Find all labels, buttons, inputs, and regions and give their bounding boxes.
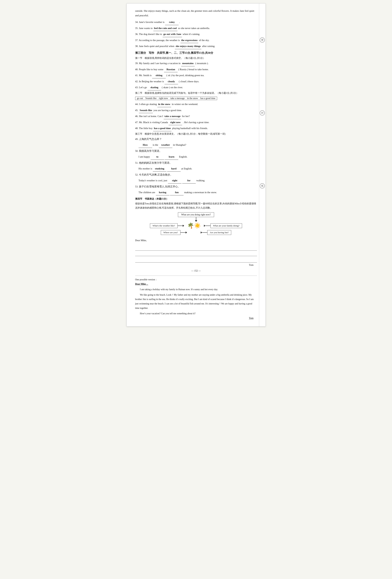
q41: 41. Mr. Smith is sitting ( sit ) by the … (135, 73, 257, 78)
q40-blank: Russian (164, 67, 178, 72)
dear-mike-line: Dear Mike, (135, 238, 257, 243)
q42: 42. In Beijing the weather is cloudy ( c… (135, 79, 257, 84)
q43: 43. Let's go skating ( skate ) on the ri… (135, 85, 257, 90)
q44: 44. I often go skating in the snow in wi… (135, 102, 257, 107)
q51: 51. 他的妈妈正在努力学习英语。 (135, 160, 257, 166)
flow-h-line1 (178, 225, 183, 226)
q49-blank1: How (139, 142, 152, 148)
q41-num: 41. Mr. Smith is (135, 74, 152, 77)
q43-num: 43. Let's go (135, 86, 148, 89)
answer-dear: Dear Mike， (135, 282, 257, 286)
q49-english: How is the weather in Shanghai? (135, 142, 257, 148)
right-margin: 密 封 线 (259, 3, 265, 326)
q48-num: 48. The little boy (135, 127, 153, 130)
q43-blank: skating (148, 85, 161, 90)
section3-3-title: 第三节 根据中文意思,补全英语译文。（每小题1分,共5分；每空限填一词,缩写算一… (135, 132, 257, 136)
flow-h-line2 (205, 225, 211, 226)
q39-blank: mountains (181, 61, 195, 66)
q36-blank: go out with Jane (163, 32, 182, 37)
q40-num: 40. People like to buy some (135, 68, 164, 71)
q51-english: His mother is studying hard at English. (135, 166, 257, 172)
q53-blank1: having (156, 190, 169, 195)
q42-blank: cloudy (164, 79, 178, 84)
q39-num: 39. My family and I are having a vacatio… (135, 62, 181, 65)
intro-paragraph: outside. She enjoys many things, such as… (135, 9, 257, 18)
q47-suffix: . He's having a great time. (182, 121, 209, 124)
flow-arrow-down1 (195, 220, 197, 222)
q37-blank: the expressions (180, 38, 198, 43)
flow-top-box: What are you doing right now? (178, 212, 214, 217)
flow-left1: What's the weather like? (150, 223, 178, 228)
q47: 47. Mr. Black is visiting Canada right n… (135, 120, 257, 125)
answer-para-3: How's your vacation? Can you tell me som… (135, 311, 257, 316)
flow-arrow-right1 (183, 225, 184, 227)
section4-title: 第四节 书面表达（本题15分） (135, 197, 257, 201)
margin-icon-2: 封 (260, 110, 265, 116)
q50-blank1: to (151, 154, 164, 160)
q45: 45. Sounds like you are having a good ti… (135, 108, 257, 113)
flow-arrow-right3 (186, 231, 187, 233)
flowchart: What are you doing right now? What's the… (135, 212, 257, 235)
answer-tom-sig: Tom (135, 317, 254, 319)
q35-num: 35. Jane wants to (135, 27, 153, 29)
q34-suffix: . (179, 21, 180, 23)
q35-suffix: so she never takes an umbrella. (177, 27, 210, 29)
q53-english: The children are having fun making a sno… (135, 190, 257, 195)
q42-num: 42. In Beijing the weather is (135, 80, 165, 83)
q41-hint: ( sit ) by the pool, drinking green tea. (166, 74, 204, 77)
q50: 50. 我很高兴学习英语。 (135, 148, 257, 154)
q41-blank: sitting (152, 73, 166, 78)
q49: 49. 上海的天气怎么样？ (135, 137, 257, 142)
q53: 53. 孩子们在雪地里堆雪人,玩得正开心。 (135, 184, 257, 189)
answer-title: One possible version： (135, 278, 257, 281)
q35: 35. Jane wants to feel the rain and cool… (135, 26, 257, 31)
q40: 40. People like to buy some Russian ( Ru… (135, 67, 257, 72)
section3-title: 第三部分 写作 共四节,第一、二、三节15分,第四节15分,共30分 (135, 51, 257, 56)
q46-blank: take a message (164, 114, 181, 119)
flow-arrow-right2 (204, 225, 205, 227)
q37: 37. According to the passage, the weathe… (135, 38, 257, 43)
flow-middle-row: What's the weather like? 🌴☀️ What are yo… (150, 222, 242, 229)
q47-blank: right now (169, 120, 182, 125)
flow-h-line4 (202, 232, 207, 233)
q36: 36. The dog doesn't like to go out with … (135, 32, 257, 37)
q48: 48. The little boy has a good time playi… (135, 126, 257, 131)
q36-num: 36. The dog doesn't like to (135, 33, 163, 35)
q44-num: 44. I often go skating (135, 103, 157, 105)
q34-num: 34. Jane's favorite weather is (135, 21, 165, 23)
q51-blank2: hard (167, 166, 181, 172)
answer-section: One possible version： Dear Mike， I am ta… (135, 276, 257, 319)
q46-num: 46. She isn't at home. Can I (135, 115, 164, 118)
q52: 52. 今天的天气凉爽,正适合散步。 (135, 172, 257, 178)
q50-blank2: learn (165, 154, 178, 160)
margin-icon-1: 密 (260, 37, 265, 43)
q35-blank: feel the rain and cool (153, 26, 177, 31)
flow-arrow-right4 (201, 231, 202, 233)
q48-suffix: playing basketball with his friends. (171, 127, 208, 130)
flow-right2: Are you having fun? (207, 230, 231, 235)
page-number: — 152 — (135, 270, 257, 272)
writing-line-2 (135, 251, 257, 256)
q46-suffix: for her? (181, 115, 190, 118)
q44-suffix: in winter on the weekend. (171, 103, 198, 105)
q52-blank1: right (168, 178, 181, 184)
q40-hint: ( Russia ) bread to take home. (178, 68, 209, 71)
flow-line-v1 (196, 217, 196, 220)
section3-1-title: 第一节 根据语境,用所给词的适当形式填空。（每小题1分,共5分） (135, 56, 257, 60)
q38-num: 38. Jane feels quiet and peaceful when (135, 45, 175, 48)
answer-para-2: We like going to the beach. Look！My fath… (135, 293, 257, 310)
q52-blank2: for (182, 178, 196, 184)
section4-instruction: 假设你是Tom,你现在正在在海南度假,请根据下面的思维导图,写一篇60词左右的文… (135, 202, 257, 210)
writing-line-1 (135, 246, 257, 251)
q45-num: 45. (135, 109, 139, 112)
answer-para-1: I am taking a holiday with my family in … (135, 287, 257, 292)
q48-blank: has a good time (153, 126, 171, 131)
q42-hint: ( cloud ) these days. (178, 80, 199, 83)
q47-num: 47. Mr. Black is visiting Canada (135, 121, 169, 124)
q45-blank: Sounds like (139, 108, 153, 113)
q36-suffix: when it's raining. (182, 33, 200, 35)
q34-blank: rainy (165, 19, 179, 25)
q34: 34. Jane's favorite weather is rainy . (135, 19, 257, 25)
q46: 46. She isn't at home. Can I take a mess… (135, 114, 257, 119)
writing-area: Dear Mike, Tom (135, 238, 257, 266)
